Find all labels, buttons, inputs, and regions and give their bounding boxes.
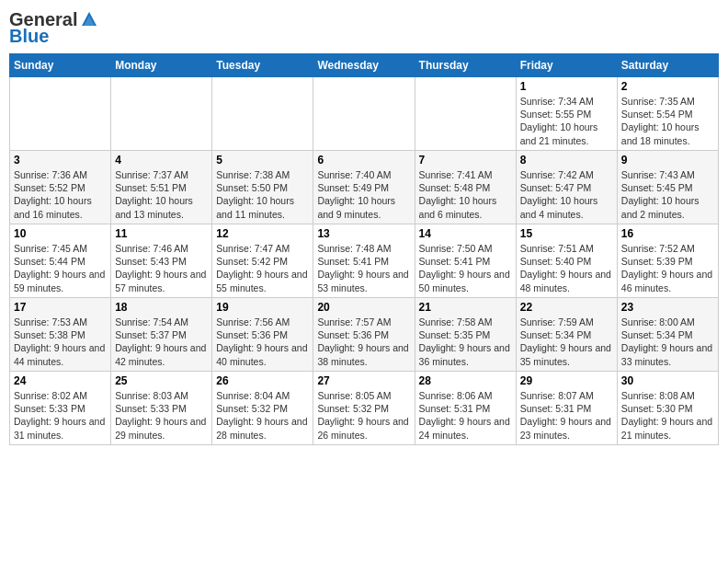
- calendar-cell: 16 Sunrise: 7:52 AM Sunset: 5:39 PM Dayl…: [617, 224, 718, 298]
- calendar-cell: 27 Sunrise: 8:05 AM Sunset: 5:32 PM Dayl…: [313, 372, 415, 445]
- calendar-cell: [111, 77, 212, 151]
- day-info: Sunrise: 7:47 AM Sunset: 5:42 PM Dayligh…: [216, 242, 309, 294]
- day-number: 14: [419, 227, 512, 240]
- day-number: 1: [520, 80, 613, 93]
- calendar-cell: 10 Sunrise: 7:45 AM Sunset: 5:44 PM Dayl…: [10, 224, 111, 298]
- day-number: 18: [115, 301, 208, 314]
- day-number: 3: [14, 154, 107, 167]
- day-number: 6: [317, 154, 410, 167]
- day-number: 15: [520, 227, 613, 240]
- calendar-cell: 21 Sunrise: 7:58 AM Sunset: 5:35 PM Dayl…: [415, 298, 516, 372]
- calendar-cell: 3 Sunrise: 7:36 AM Sunset: 5:52 PM Dayli…: [10, 151, 111, 224]
- calendar-cell: [313, 77, 415, 151]
- day-number: 24: [14, 374, 107, 387]
- day-info: Sunrise: 7:46 AM Sunset: 5:43 PM Dayligh…: [115, 242, 208, 294]
- day-number: 30: [621, 374, 714, 387]
- day-info: Sunrise: 7:57 AM Sunset: 5:36 PM Dayligh…: [317, 316, 410, 368]
- calendar-cell: 4 Sunrise: 7:37 AM Sunset: 5:51 PM Dayli…: [111, 151, 212, 224]
- day-info: Sunrise: 7:34 AM Sunset: 5:55 PM Dayligh…: [520, 95, 613, 147]
- day-info: Sunrise: 7:58 AM Sunset: 5:35 PM Dayligh…: [419, 316, 512, 368]
- calendar-cell: 15 Sunrise: 7:51 AM Sunset: 5:40 PM Dayl…: [516, 224, 617, 298]
- calendar-cell: 30 Sunrise: 8:08 AM Sunset: 5:30 PM Dayl…: [617, 372, 718, 445]
- day-number: 11: [115, 227, 208, 240]
- day-info: Sunrise: 7:50 AM Sunset: 5:41 PM Dayligh…: [419, 242, 512, 294]
- calendar-cell: 29 Sunrise: 8:07 AM Sunset: 5:31 PM Dayl…: [516, 372, 617, 445]
- calendar-cell: 1 Sunrise: 7:34 AM Sunset: 5:55 PM Dayli…: [516, 77, 617, 151]
- day-number: 7: [419, 154, 512, 167]
- day-number: 12: [216, 227, 309, 240]
- day-info: Sunrise: 7:40 AM Sunset: 5:49 PM Dayligh…: [317, 168, 410, 221]
- day-number: 27: [317, 374, 410, 387]
- page-header: General Blue: [9, 9, 719, 46]
- day-info: Sunrise: 7:38 AM Sunset: 5:50 PM Dayligh…: [216, 168, 309, 221]
- day-number: 22: [520, 301, 613, 314]
- day-number: 2: [621, 80, 714, 93]
- calendar-cell: 18 Sunrise: 7:54 AM Sunset: 5:37 PM Dayl…: [111, 298, 212, 372]
- day-info: Sunrise: 7:51 AM Sunset: 5:40 PM Dayligh…: [520, 242, 613, 294]
- day-info: Sunrise: 7:35 AM Sunset: 5:54 PM Dayligh…: [621, 95, 714, 147]
- day-info: Sunrise: 7:52 AM Sunset: 5:39 PM Dayligh…: [621, 242, 714, 294]
- calendar-cell: 7 Sunrise: 7:41 AM Sunset: 5:48 PM Dayli…: [415, 151, 516, 224]
- day-info: Sunrise: 7:42 AM Sunset: 5:47 PM Dayligh…: [520, 168, 613, 221]
- header-day-monday: Monday: [111, 54, 212, 77]
- calendar-table: SundayMondayTuesdayWednesdayThursdayFrid…: [9, 53, 719, 445]
- calendar-cell: 24 Sunrise: 8:02 AM Sunset: 5:33 PM Dayl…: [10, 372, 111, 445]
- calendar-cell: 28 Sunrise: 8:06 AM Sunset: 5:31 PM Dayl…: [415, 372, 516, 445]
- day-info: Sunrise: 7:37 AM Sunset: 5:51 PM Dayligh…: [115, 168, 208, 221]
- day-info: Sunrise: 8:05 AM Sunset: 5:32 PM Dayligh…: [317, 389, 410, 442]
- day-number: 20: [317, 301, 410, 314]
- calendar-cell: [10, 77, 111, 151]
- calendar-cell: 5 Sunrise: 7:38 AM Sunset: 5:50 PM Dayli…: [212, 151, 313, 224]
- day-info: Sunrise: 7:54 AM Sunset: 5:37 PM Dayligh…: [115, 316, 208, 368]
- day-number: 13: [317, 227, 410, 240]
- calendar-cell: 17 Sunrise: 7:53 AM Sunset: 5:38 PM Dayl…: [10, 298, 111, 372]
- day-number: 5: [216, 154, 309, 167]
- day-number: 19: [216, 301, 309, 314]
- calendar-cell: 8 Sunrise: 7:42 AM Sunset: 5:47 PM Dayli…: [516, 151, 617, 224]
- calendar-cell: 14 Sunrise: 7:50 AM Sunset: 5:41 PM Dayl…: [415, 224, 516, 298]
- logo-blue: Blue: [9, 26, 99, 46]
- day-info: Sunrise: 7:43 AM Sunset: 5:45 PM Dayligh…: [621, 168, 714, 221]
- day-info: Sunrise: 7:48 AM Sunset: 5:41 PM Dayligh…: [317, 242, 410, 294]
- calendar-cell: 23 Sunrise: 8:00 AM Sunset: 5:34 PM Dayl…: [617, 298, 718, 372]
- header-day-friday: Friday: [516, 54, 617, 77]
- day-info: Sunrise: 7:41 AM Sunset: 5:48 PM Dayligh…: [419, 168, 512, 221]
- day-number: 21: [419, 301, 512, 314]
- day-info: Sunrise: 8:06 AM Sunset: 5:31 PM Dayligh…: [419, 389, 512, 442]
- calendar-cell: 9 Sunrise: 7:43 AM Sunset: 5:45 PM Dayli…: [617, 151, 718, 224]
- day-info: Sunrise: 8:02 AM Sunset: 5:33 PM Dayligh…: [14, 389, 107, 442]
- day-number: 23: [621, 301, 714, 314]
- header-day-thursday: Thursday: [415, 54, 516, 77]
- day-info: Sunrise: 7:59 AM Sunset: 5:34 PM Dayligh…: [520, 316, 613, 368]
- header-day-saturday: Saturday: [617, 54, 718, 77]
- calendar-header: SundayMondayTuesdayWednesdayThursdayFrid…: [10, 54, 719, 77]
- day-number: 28: [419, 374, 512, 387]
- day-info: Sunrise: 8:04 AM Sunset: 5:32 PM Dayligh…: [216, 389, 309, 442]
- day-info: Sunrise: 8:03 AM Sunset: 5:33 PM Dayligh…: [115, 389, 208, 442]
- day-info: Sunrise: 7:45 AM Sunset: 5:44 PM Dayligh…: [14, 242, 107, 294]
- day-number: 4: [115, 154, 208, 167]
- header-day-sunday: Sunday: [10, 54, 111, 77]
- calendar-cell: [212, 77, 313, 151]
- day-number: 10: [14, 227, 107, 240]
- day-number: 17: [14, 301, 107, 314]
- calendar-cell: 25 Sunrise: 8:03 AM Sunset: 5:33 PM Dayl…: [111, 372, 212, 445]
- day-number: 25: [115, 374, 208, 387]
- day-info: Sunrise: 7:56 AM Sunset: 5:36 PM Dayligh…: [216, 316, 309, 368]
- day-number: 9: [621, 154, 714, 167]
- day-number: 16: [621, 227, 714, 240]
- calendar-cell: 20 Sunrise: 7:57 AM Sunset: 5:36 PM Dayl…: [313, 298, 415, 372]
- day-number: 26: [216, 374, 309, 387]
- calendar-cell: 19 Sunrise: 7:56 AM Sunset: 5:36 PM Dayl…: [212, 298, 313, 372]
- day-info: Sunrise: 8:07 AM Sunset: 5:31 PM Dayligh…: [520, 389, 613, 442]
- calendar-cell: 6 Sunrise: 7:40 AM Sunset: 5:49 PM Dayli…: [313, 151, 415, 224]
- calendar-cell: 22 Sunrise: 7:59 AM Sunset: 5:34 PM Dayl…: [516, 298, 617, 372]
- calendar-cell: 11 Sunrise: 7:46 AM Sunset: 5:43 PM Dayl…: [111, 224, 212, 298]
- calendar-cell: 12 Sunrise: 7:47 AM Sunset: 5:42 PM Dayl…: [212, 224, 313, 298]
- day-info: Sunrise: 8:00 AM Sunset: 5:34 PM Dayligh…: [621, 316, 714, 368]
- day-number: 29: [520, 374, 613, 387]
- calendar-cell: 26 Sunrise: 8:04 AM Sunset: 5:32 PM Dayl…: [212, 372, 313, 445]
- calendar-cell: [415, 77, 516, 151]
- calendar-cell: 2 Sunrise: 7:35 AM Sunset: 5:54 PM Dayli…: [617, 77, 718, 151]
- day-number: 8: [520, 154, 613, 167]
